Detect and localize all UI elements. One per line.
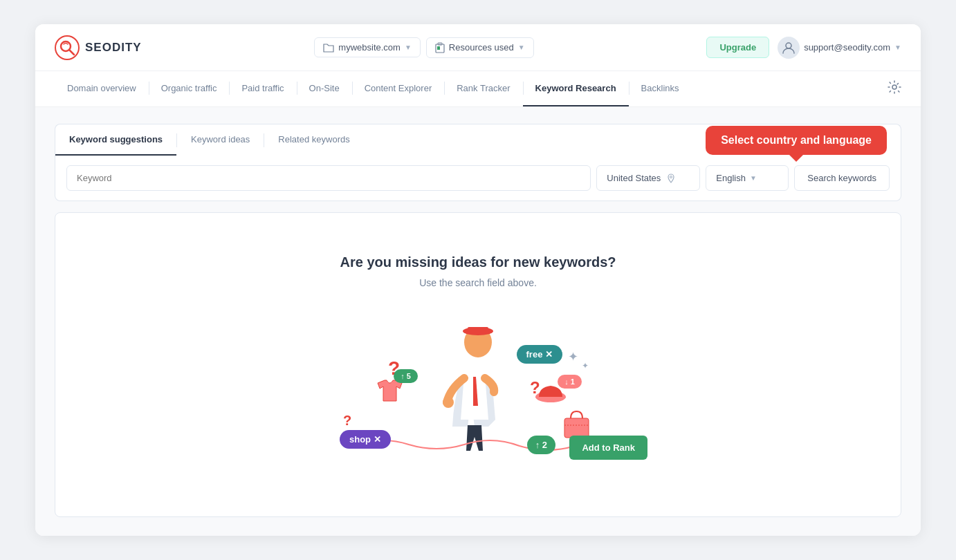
empty-state-title: Are you missing ideas for new keywords?	[340, 254, 616, 270]
user-area[interactable]: support@seodity.com ▼	[778, 37, 901, 59]
domain-chevron: ▼	[405, 44, 412, 51]
svg-rect-11	[468, 327, 488, 334]
svg-rect-5	[437, 46, 440, 50]
nav-item-content-explorer[interactable]: Content Explorer	[352, 71, 445, 106]
upgrade-button[interactable]: Upgrade	[706, 37, 769, 58]
nav-item-keyword-research[interactable]: Keyword Research	[523, 71, 629, 106]
battery-icon	[435, 42, 445, 53]
search-keywords-button[interactable]: Search keywords	[794, 165, 890, 191]
sparkle-1: ✦	[568, 349, 578, 364]
domain-selector[interactable]: mywebsite.com ▼	[314, 37, 420, 57]
nav-item-backlinks[interactable]: Backlinks	[629, 71, 692, 106]
language-selector[interactable]: English ▼	[706, 165, 789, 191]
nav-bar: Domain overview Organic traffic Paid tra…	[35, 71, 921, 107]
logo-icon	[55, 35, 80, 60]
country-selector[interactable]: United States	[596, 165, 700, 191]
resources-chevron: ▼	[518, 44, 525, 51]
user-avatar	[778, 37, 800, 59]
search-row: United States English ▼ Search keywords	[55, 156, 901, 201]
svg-point-12	[443, 397, 454, 408]
tshirt-area: ↑ 5	[374, 375, 405, 409]
badge-up5: ↑ 5	[394, 369, 418, 383]
location-icon	[666, 174, 676, 183]
language-label: English	[716, 173, 746, 183]
nav-item-organic-traffic[interactable]: Organic traffic	[149, 71, 230, 106]
user-icon	[782, 41, 795, 54]
content-area: Keyword suggestions Keyword ideas Relate…	[35, 107, 921, 536]
header-center: mywebsite.com ▼ Resources used ▼	[142, 37, 707, 58]
nav-item-rank-tracker[interactable]: Rank Tracker	[444, 71, 522, 106]
tab-related-keywords[interactable]: Related keywords	[264, 124, 363, 156]
tab-keyword-suggestions[interactable]: Keyword suggestions	[55, 124, 176, 156]
svg-point-7	[892, 85, 897, 89]
settings-icon[interactable]	[888, 80, 901, 97]
empty-state: Are you missing ideas for new keywords? …	[55, 212, 901, 517]
badge-up2: ↑ 2	[527, 436, 555, 454]
app-container: SEODITY mywebsite.com ▼ Resources used ▼	[35, 24, 921, 536]
question-mark-3: ?	[343, 413, 351, 429]
nav-item-domain-overview[interactable]: Domain overview	[55, 71, 149, 106]
svg-line-2	[69, 50, 74, 55]
tooltip-bubble: Select country and language	[706, 126, 887, 155]
user-chevron: ▼	[894, 44, 901, 51]
resources-selector[interactable]: Resources used ▼	[426, 37, 534, 58]
header: SEODITY mywebsite.com ▼ Resources used ▼	[35, 24, 921, 71]
illustration: ? ? ? ✦ ✦ ↑ 5	[298, 316, 658, 475]
svg-rect-14	[564, 418, 589, 438]
tooltip-container: Select country and language	[706, 126, 887, 155]
user-email: support@seodity.com	[804, 42, 890, 53]
logo-area: SEODITY	[55, 35, 142, 60]
nav-items: Domain overview Organic traffic Paid tra…	[55, 71, 888, 106]
badge-free: free ✕	[517, 345, 562, 364]
keyword-input[interactable]	[66, 165, 591, 191]
svg-point-6	[786, 43, 791, 48]
add-to-rank-button[interactable]: Add to Rank	[569, 436, 647, 460]
header-right: Upgrade support@seodity.com ▼	[706, 37, 901, 59]
sparkle-2: ✦	[582, 361, 589, 371]
tabs-row: Keyword suggestions Keyword ideas Relate…	[55, 124, 901, 156]
nav-item-paid-traffic[interactable]: Paid traffic	[229, 71, 296, 106]
svg-point-8	[670, 176, 672, 178]
nav-item-on-site[interactable]: On-Site	[297, 71, 352, 106]
cap-area: ↓ 1	[533, 382, 568, 409]
svg-point-0	[55, 36, 79, 59]
tab-keyword-ideas[interactable]: Keyword ideas	[177, 124, 264, 156]
logo-text: SEODITY	[85, 41, 142, 55]
empty-state-subtitle: Use the search field above.	[419, 277, 537, 288]
badge-shop: shop ✕	[340, 430, 391, 449]
badge-down1: ↓ 1	[558, 375, 582, 389]
domain-value: mywebsite.com	[338, 42, 401, 53]
language-chevron: ▼	[750, 174, 757, 182]
country-label: United States	[607, 173, 661, 183]
resources-label: Resources used	[449, 42, 514, 53]
folder-icon	[323, 43, 334, 53]
